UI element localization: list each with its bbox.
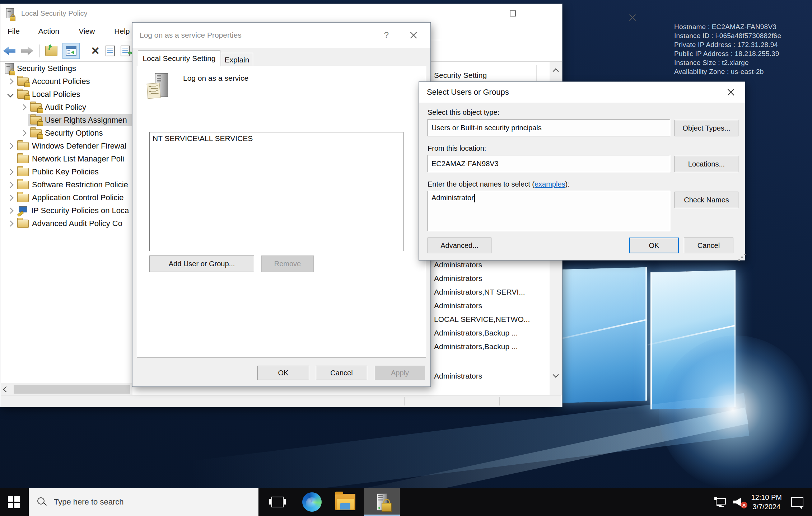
scrollbar-thumb[interactable] — [14, 385, 130, 394]
menu-action[interactable]: Action — [33, 27, 64, 36]
chevron-right-icon[interactable] — [8, 208, 14, 214]
folder-icon — [17, 181, 29, 189]
taskbar-clock[interactable]: 12:10 PM 3/7/2024 — [751, 493, 782, 511]
horizontal-scrollbar[interactable] — [1, 383, 132, 395]
tree-item-advanced-audit-policy[interactable]: Advanced Audit Policy Co — [1, 217, 132, 230]
location-field[interactable]: EC2AMAZ-FAN98V3 — [428, 155, 670, 172]
search-input[interactable] — [53, 497, 213, 507]
remove-button[interactable]: Remove — [261, 255, 314, 272]
mmc-titlebar[interactable]: Local Security Policy — [0, 4, 562, 23]
dialog-title: Select Users or Groups — [427, 88, 726, 97]
desktop: Hostname : EC2AMAZ-FAN98V3 Instance ID :… — [0, 0, 812, 516]
scroll-down-button[interactable] — [550, 366, 562, 383]
volume-muted-icon[interactable] — [733, 497, 745, 507]
list-item[interactable]: Administrators — [430, 369, 550, 383]
chevron-right-icon[interactable] — [8, 195, 14, 201]
list-item[interactable]: Administrators,NT SERVI... — [430, 285, 550, 299]
task-view-button[interactable] — [265, 488, 290, 516]
ok-button[interactable]: OK — [629, 238, 679, 253]
maximize-button[interactable] — [510, 10, 516, 17]
chevron-right-icon[interactable] — [20, 130, 27, 136]
list-item[interactable]: Administrators — [430, 299, 550, 313]
edge-button[interactable] — [298, 488, 326, 516]
tree-root-security-settings[interactable]: Security Settings — [1, 62, 132, 75]
advanced-button[interactable]: Advanced... — [428, 238, 491, 253]
toolbar-separator — [39, 44, 39, 57]
props-titlebar[interactable]: Log on as a service Properties ? — [132, 23, 430, 48]
list-item[interactable]: Administrators — [430, 272, 550, 285]
ok-button[interactable]: OK — [257, 366, 309, 380]
member-item[interactable]: NT SERVICE\ALL SERVICES — [150, 132, 403, 145]
locations-button[interactable]: Locations... — [675, 156, 738, 172]
members-listbox[interactable]: NT SERVICE\ALL SERVICES — [149, 132, 403, 251]
forward-icon[interactable] — [21, 46, 33, 56]
menu-help[interactable]: Help — [109, 27, 135, 36]
tree-item-windows-defender-firewall[interactable]: Windows Defender Firewal — [1, 140, 132, 153]
action-center-icon[interactable] — [791, 497, 803, 507]
tree-item-software-restriction-policies[interactable]: Software Restriction Policie — [1, 178, 132, 191]
wallpaper-window-pane-left — [553, 267, 647, 403]
chevron-right-icon[interactable] — [8, 143, 14, 149]
tree-item-local-policies[interactable]: Local Policies — [1, 88, 132, 101]
list-item-empty[interactable] — [430, 353, 550, 367]
chevron-down-icon[interactable] — [8, 92, 14, 98]
ec2-instance-info: Hostname : EC2AMAZ-FAN98V3 Instance ID :… — [674, 22, 781, 76]
tree-item-network-list-manager[interactable]: Network List Manager Poli — [1, 153, 132, 165]
menu-file[interactable]: File — [3, 27, 25, 36]
select-titlebar[interactable]: Select Users or Groups — [419, 82, 745, 103]
tree-item-account-policies[interactable]: Account Policies — [1, 75, 132, 88]
resize-grip[interactable] — [741, 257, 743, 258]
help-icon[interactable]: ? — [384, 30, 389, 40]
tree-item-user-rights-assignment[interactable]: User Rights Assignmen — [1, 114, 132, 127]
delete-icon[interactable]: ✕ — [91, 46, 100, 56]
close-icon[interactable] — [628, 13, 637, 22]
chevron-right-icon[interactable] — [8, 79, 14, 85]
chevron-right-icon[interactable] — [8, 182, 14, 188]
text-caret — [474, 194, 475, 202]
scroll-left-button[interactable] — [1, 383, 11, 395]
tree-item-application-control-policies[interactable]: Application Control Policie — [1, 191, 132, 204]
export-up-icon[interactable] — [45, 46, 57, 56]
folder-lock-icon — [30, 103, 42, 112]
chevron-right-icon[interactable] — [20, 104, 27, 111]
show-console-tree-button[interactable] — [62, 43, 80, 59]
tree-item-public-key-policies[interactable]: Public Key Policies — [1, 165, 132, 178]
ipsec-icon — [17, 206, 28, 215]
chevron-right-icon[interactable] — [8, 221, 14, 227]
column-divider[interactable] — [536, 65, 537, 81]
security-policy-icon — [377, 493, 387, 511]
list-item[interactable]: LOCAL SERVICE,NETWO... — [430, 313, 550, 326]
object-types-button[interactable]: Object Types... — [675, 120, 738, 136]
tree-item-security-options[interactable]: Security Options — [1, 127, 132, 140]
list-item[interactable]: Administrators,Backup ... — [430, 326, 550, 340]
object-names-input[interactable]: Administrator — [428, 191, 670, 231]
object-type-field[interactable]: Users or Built-in security principals — [428, 119, 670, 136]
menu-view[interactable]: View — [74, 27, 100, 36]
tree-item-ip-security-policies[interactable]: IP Security Policies on Loca — [1, 204, 132, 217]
list-item[interactable]: Administrators,Backup ... — [430, 340, 550, 353]
close-icon[interactable] — [726, 88, 736, 97]
apply-button[interactable]: Apply — [375, 366, 425, 380]
local-security-policy-taskbar-button[interactable] — [364, 488, 400, 516]
chevron-right-icon[interactable] — [8, 169, 14, 175]
dialog-title: Log on as a service Properties — [140, 31, 384, 39]
tab-local-security-setting[interactable]: Local Security Setting — [138, 50, 220, 66]
taskbar-search[interactable] — [29, 488, 258, 516]
network-icon[interactable] — [714, 497, 727, 507]
properties-icon[interactable] — [106, 46, 115, 56]
export-list-icon[interactable] — [121, 46, 130, 56]
start-button[interactable] — [0, 488, 27, 516]
cancel-button[interactable]: Cancel — [684, 238, 733, 253]
folder-icon — [17, 220, 29, 228]
back-icon[interactable] — [3, 46, 15, 56]
column-header-security-setting[interactable]: Security Setting — [430, 62, 550, 83]
check-names-button[interactable]: Check Names — [675, 192, 738, 208]
add-user-or-group-button[interactable]: Add User or Group... — [149, 255, 254, 272]
cancel-button[interactable]: Cancel — [316, 366, 367, 380]
scroll-up-button[interactable] — [550, 62, 562, 81]
examples-link[interactable]: examples — [535, 180, 565, 188]
file-explorer-button[interactable] — [331, 488, 360, 516]
tree-item-audit-policy[interactable]: Audit Policy — [1, 101, 132, 114]
tab-explain[interactable]: Explain — [221, 53, 253, 66]
close-icon[interactable] — [409, 31, 418, 40]
